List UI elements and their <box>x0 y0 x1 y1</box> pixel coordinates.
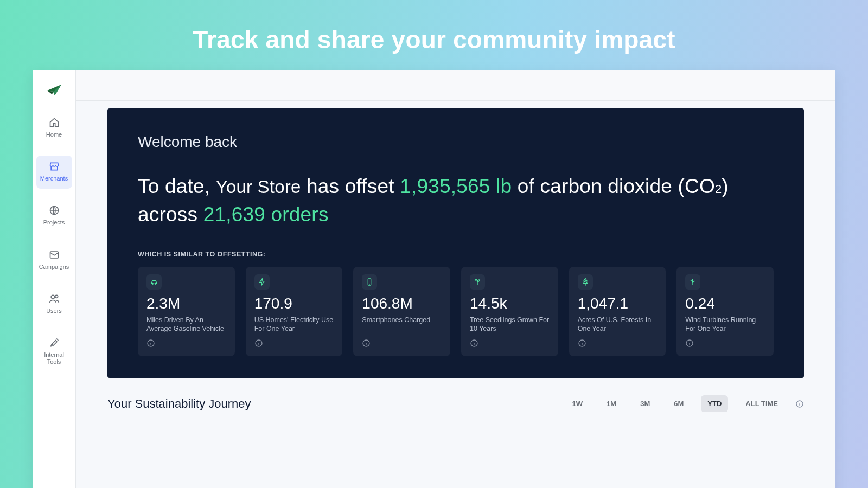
impact-hero: Welcome back To date, Your Store has off… <box>107 108 804 378</box>
headline-mid2: of carbon dioxide (CO <box>512 175 715 197</box>
card-value: 106.8M <box>362 295 442 312</box>
topbar <box>76 70 835 101</box>
headline-prefix: To date, <box>138 175 216 197</box>
card-value: 14.5k <box>470 295 550 312</box>
card-miles-driven: 2.3M Miles Driven By An Average Gasoline… <box>138 267 235 357</box>
bolt-icon <box>254 274 270 290</box>
main-area: Welcome back To date, Your Store has off… <box>76 70 835 488</box>
tree-icon <box>578 274 593 290</box>
journey-header: Your Sustainability Journey 1W 1M 3M 6M … <box>107 378 804 412</box>
card-value: 0.24 <box>685 295 765 312</box>
equivalence-cards: 2.3M Miles Driven By An Average Gasoline… <box>138 267 774 357</box>
card-value: 170.9 <box>254 295 334 312</box>
card-desc: Smartphones Charged <box>362 316 442 334</box>
card-seedlings: 14.5k Tree Seedlings Grown For 10 Years <box>461 267 558 357</box>
sidebar-item-merchants[interactable]: Merchants <box>36 156 72 189</box>
sidebar-item-label: Merchants <box>40 175 68 182</box>
info-icon[interactable] <box>685 339 694 348</box>
card-forest-acres: 1,047.1 Acres Of U.S. Forests In One Yea… <box>569 267 666 357</box>
seedling-icon <box>470 274 485 290</box>
card-smartphones: 106.8M Smartphones Charged <box>353 267 450 357</box>
offset-amount: 1,935,565 lb <box>400 175 512 197</box>
sidebar-item-campaigns[interactable]: Campaigns <box>36 244 72 277</box>
sidebar-item-label: Home <box>46 131 62 138</box>
paper-plane-icon <box>46 84 62 97</box>
mail-icon <box>49 249 60 260</box>
info-icon[interactable] <box>146 339 155 348</box>
app-logo[interactable] <box>33 76 76 104</box>
card-desc: US Homes' Electricity Use For One Year <box>254 316 334 334</box>
wind-turbine-icon <box>685 274 700 290</box>
journey-title: Your Sustainability Journey <box>107 397 251 411</box>
sidebar-item-label: Projects <box>43 219 65 226</box>
similar-to-label: WHICH IS SIMILAR TO OFFSETTING: <box>138 251 774 258</box>
sidebar-item-users[interactable]: Users <box>36 288 72 321</box>
card-value: 1,047.1 <box>578 295 658 312</box>
smartphone-icon <box>362 274 377 290</box>
sidebar-item-home[interactable]: Home <box>36 112 72 145</box>
headline-mid1: has offset <box>301 175 400 197</box>
store-icon <box>49 161 60 172</box>
card-desc: Miles Driven By An Average Gasoline Vehi… <box>146 316 226 334</box>
users-icon <box>49 293 60 304</box>
sidebar-item-label: Campaigns <box>39 264 69 271</box>
info-icon[interactable] <box>254 339 263 348</box>
card-desc: Acres Of U.S. Forests In One Year <box>578 316 658 334</box>
range-6m[interactable]: 6M <box>667 395 690 412</box>
range-1m[interactable]: 1M <box>600 395 623 412</box>
car-icon <box>146 274 162 290</box>
impact-headline: To date, Your Store has offset 1,935,565… <box>138 172 774 229</box>
co2-subscript: 2 <box>715 182 722 196</box>
sidebar-item-internal-tools[interactable]: Internal Tools <box>36 332 72 372</box>
orders-count: 21,639 orders <box>203 203 329 226</box>
range-1w[interactable]: 1W <box>566 395 590 412</box>
info-icon[interactable] <box>795 400 804 408</box>
range-3m[interactable]: 3M <box>634 395 656 412</box>
sidebar: Home Merchants Projects Campaigns <box>33 70 76 488</box>
sidebar-item-label: Users <box>46 307 62 314</box>
info-icon[interactable] <box>578 339 586 348</box>
range-all-time[interactable]: ALL TIME <box>739 395 784 412</box>
card-desc: Wind Turbines Running For One Year <box>685 316 765 334</box>
info-icon[interactable] <box>470 339 478 348</box>
sidebar-item-label: Internal Tools <box>39 351 70 365</box>
svg-point-3 <box>55 295 58 298</box>
info-icon[interactable] <box>362 339 371 348</box>
globe-icon <box>49 205 60 216</box>
card-wind-turbines: 0.24 Wind Turbines Running For One Year <box>676 267 774 357</box>
app-window: Home Merchants Projects Campaigns <box>33 70 835 488</box>
page-title: Track and share your community impact <box>33 25 835 54</box>
tools-icon <box>49 337 60 348</box>
card-homes-electricity: 170.9 US Homes' Electricity Use For One … <box>246 267 343 357</box>
range-ytd[interactable]: YTD <box>701 395 728 412</box>
home-icon <box>49 117 60 128</box>
time-range-selector: 1W 1M 3M 6M YTD ALL TIME <box>566 395 804 412</box>
svg-point-2 <box>51 295 55 299</box>
sidebar-item-projects[interactable]: Projects <box>36 200 72 233</box>
card-value: 2.3M <box>146 295 226 312</box>
card-desc: Tree Seedlings Grown For 10 Years <box>470 316 550 334</box>
store-name: Your Store <box>216 177 301 197</box>
welcome-text: Welcome back <box>138 133 774 151</box>
content: Welcome back To date, Your Store has off… <box>76 101 835 488</box>
